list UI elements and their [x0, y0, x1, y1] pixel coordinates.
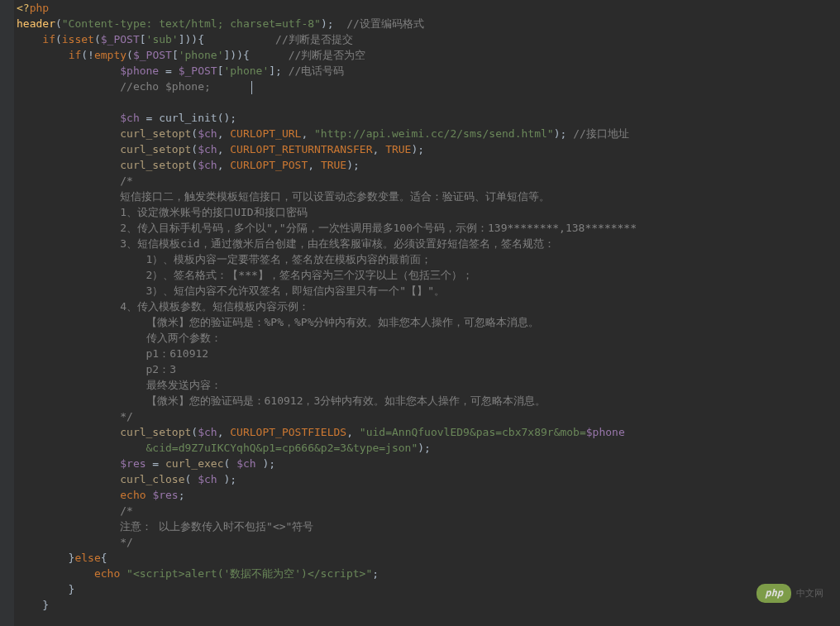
code-token: header: [17, 17, 55, 30]
code-line[interactable]: /*: [17, 503, 838, 518]
code-line[interactable]: 2）、签名格式：【***】，签名内容为三个汉字以上（包括三个）；: [17, 267, 838, 283]
code-token: $ch: [198, 159, 217, 171]
code-token: [17, 65, 120, 77]
code-token: =: [146, 457, 165, 470]
code-token: ;: [327, 17, 346, 30]
code-line[interactable]: 1、设定微米账号的接口UID和接口密码: [17, 204, 838, 220]
code-line[interactable]: 传入两个参数：: [17, 330, 838, 346]
code-line[interactable]: /*: [17, 173, 838, 189]
code-line[interactable]: curl_setopt($ch, CURLOPT_POSTFIELDS, "ui…: [17, 424, 838, 440]
code-token: curl_exec: [165, 457, 223, 470]
code-token: 注意： 以上参数传入时不包括"<>"符号: [17, 520, 313, 533]
code-token: [17, 96, 23, 108]
code-token: empty: [94, 49, 126, 61]
code-token: 1）、模板内容一定要带签名，签名放在模板内容的最前面；: [17, 253, 432, 265]
code-line[interactable]: echo "<script>alert('数据不能为空')</script>";: [17, 566, 838, 581]
code-token: $_POST: [133, 49, 172, 61]
code-line[interactable]: 3、短信模板cid，通过微米后台创建，由在线客服审核。必须设置好短信签名，签名规…: [17, 236, 838, 251]
code-token: /*: [120, 504, 133, 517]
code-token: [17, 174, 120, 187]
code-token: [17, 426, 120, 438]
code-line[interactable]: &cid=d9Z7uIKCYqhQ&p1=cp666&p2=3&type=jso…: [17, 440, 838, 456]
code-token: //判断是否提交: [275, 33, 353, 45]
code-token: [: [172, 49, 179, 61]
code-token: CURLOPT_RETURNTRANSFER: [230, 143, 372, 155]
code-line[interactable]: 1）、模板内容一定要带签名，签名放在模板内容的最前面；: [17, 251, 838, 267]
code-token: php: [30, 2, 49, 14]
code-token: [120, 567, 126, 580]
code-token: echo: [120, 489, 146, 501]
code-token: }: [17, 599, 49, 611]
code-token: 短信接口二，触发类模板短信接口，可以设置动态参数变量。适合：验证码、订单短信等。: [17, 190, 550, 203]
code-line[interactable]: }: [17, 581, 838, 597]
code-line[interactable]: <?php: [17, 0, 838, 16]
code-token: [17, 489, 120, 501]
code-line[interactable]: 2、传入目标手机号码，多个以","分隔，一次性调用最多100个号码，示例：139…: [17, 220, 838, 236]
code-token: else: [74, 552, 100, 564]
code-token: ;: [275, 65, 289, 77]
code-token: [17, 127, 120, 140]
code-token: p1：610912: [17, 347, 208, 360]
text-cursor: [251, 81, 252, 94]
code-token: 2、传入目标手机号码，多个以","分隔，一次性调用最多100个号码，示例：139…: [17, 222, 637, 234]
code-line[interactable]: 【微米】您的验证码是：610912，3分钟内有效。如非您本人操作，可忽略本消息。: [17, 393, 838, 409]
code-line[interactable]: curl_setopt($ch, CURLOPT_URL, "http://ap…: [17, 126, 838, 141]
code-line[interactable]: 4、传入模板参数。短信模板内容示例：: [17, 299, 838, 314]
code-token: ;: [372, 567, 379, 580]
code-line[interactable]: 【微米】您的验证码是：%P%，%P%分钟内有效。如非您本人操作，可忽略本消息。: [17, 314, 838, 330]
code-line[interactable]: curl_setopt($ch, CURLOPT_RETURNTRANSFER,…: [17, 141, 838, 157]
code-token: echo: [94, 567, 120, 580]
code-line[interactable]: 短信接口二，触发类模板短信接口，可以设置动态参数变量。适合：验证码、订单短信等。: [17, 189, 838, 204]
code-area[interactable]: <?phpheader("Content-type: text/html; ch…: [14, 0, 840, 626]
code-line[interactable]: $res = curl_exec( $ch );: [17, 456, 838, 471]
code-token: $ch: [236, 457, 255, 470]
code-token: /*: [120, 174, 133, 187]
code-line[interactable]: */: [17, 534, 838, 550]
code-token: );: [554, 127, 573, 140]
code-token: "Content-type: text/html; charset=utf-8": [62, 17, 321, 30]
code-token: //接口地址: [573, 127, 629, 140]
code-token: );: [217, 473, 236, 485]
code-line[interactable]: }: [17, 597, 838, 613]
code-line[interactable]: 注意： 以上参数传入时不包括"<>"符号: [17, 518, 838, 534]
code-token: curl_setopt: [120, 159, 191, 171]
code-token: if: [69, 49, 82, 61]
code-token: [17, 112, 120, 124]
code-line[interactable]: 3）、短信内容不允许双签名，即短信内容里只有一个"【】"。: [17, 283, 838, 299]
code-line[interactable]: 最终发送内容：: [17, 377, 838, 393]
code-token: [17, 504, 120, 517]
code-token: ,: [372, 143, 385, 155]
code-line[interactable]: echo $res;: [17, 487, 838, 503]
code-editor[interactable]: <?phpheader("Content-type: text/html; ch…: [0, 0, 840, 626]
code-line[interactable]: //echo $phone;: [17, 79, 838, 94]
code-token: [17, 473, 120, 485]
code-line[interactable]: if(isset($_POST['sub'])){ //判断是否提交: [17, 31, 838, 47]
code-line[interactable]: header("Content-type: text/html; charset…: [17, 16, 838, 31]
code-token: 'phone': [223, 65, 269, 77]
code-token: [17, 159, 120, 171]
code-line[interactable]: }else{: [17, 550, 838, 566]
code-token: (: [223, 457, 236, 470]
code-line[interactable]: curl_close( $ch );: [17, 471, 838, 487]
code-token: (: [55, 17, 62, 30]
code-line[interactable]: [17, 94, 838, 110]
code-token: (!: [81, 49, 94, 61]
code-line[interactable]: if(!empty($_POST['phone'])){ //判断是否为空: [17, 47, 838, 63]
code-token: CURLOPT_URL: [230, 127, 301, 140]
code-token: //设置编码格式: [346, 17, 424, 30]
code-line[interactable]: $ch = curl_init();: [17, 110, 838, 126]
code-token: $res: [152, 489, 178, 501]
code-token: <?: [17, 2, 30, 14]
gutter: [0, 0, 14, 626]
code-token: "<script>alert('数据不能为空')</script>": [126, 567, 372, 580]
code-line[interactable]: $phone = $_POST['phone']; //电话号码: [17, 63, 838, 79]
code-line[interactable]: curl_setopt($ch, CURLOPT_POST, TRUE);: [17, 157, 838, 173]
code-token: ,: [346, 426, 360, 438]
code-token: [17, 49, 69, 61]
code-token: ): [321, 17, 327, 30]
code-line[interactable]: p2：3: [17, 361, 838, 377]
code-line[interactable]: p1：610912: [17, 346, 838, 361]
code-token: */: [17, 410, 133, 423]
code-line[interactable]: */: [17, 409, 838, 424]
php-logo-pill: php: [756, 584, 791, 603]
